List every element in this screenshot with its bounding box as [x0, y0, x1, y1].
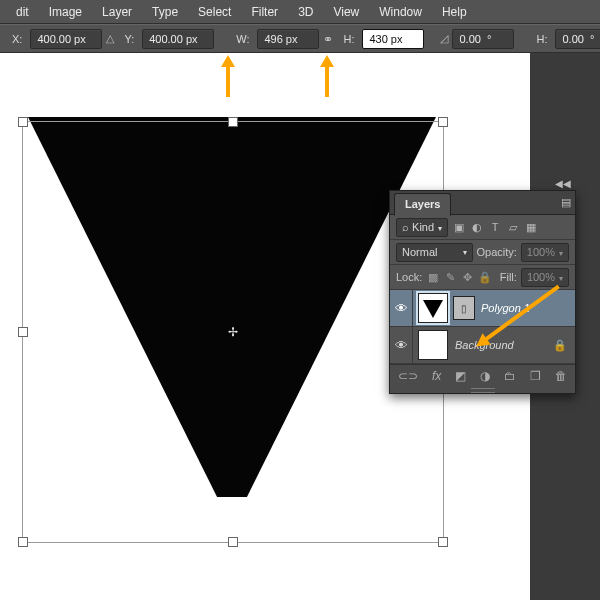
svg-marker-1: [423, 300, 443, 318]
constrain-proportions-icon[interactable]: ⚭: [323, 32, 333, 46]
lock-label: Lock:: [396, 271, 422, 283]
lock-position-icon[interactable]: ✥: [461, 271, 474, 284]
x-label: X:: [12, 33, 22, 45]
height-field[interactable]: 430 px: [362, 29, 424, 49]
angle-icon: ◿: [440, 32, 448, 45]
transform-center-icon[interactable]: ✢: [227, 326, 239, 338]
lock-icon: 🔒: [553, 339, 567, 352]
y-label: Y:: [124, 33, 134, 45]
fill-field[interactable]: 100%▾: [521, 268, 569, 287]
filter-pixel-icon[interactable]: ▣: [452, 221, 466, 234]
skew-h-field[interactable]: 0.00 °: [555, 29, 600, 49]
filter-shape-icon[interactable]: ▱: [506, 221, 520, 234]
menu-select[interactable]: Select: [188, 0, 241, 24]
filter-kind-dropdown[interactable]: ⌕ Kind▾: [396, 218, 448, 237]
menu-bar[interactable]: dit Image Layer Type Select Filter 3D Vi…: [0, 0, 600, 24]
rotate-angle-field[interactable]: 0.00 °: [452, 29, 514, 49]
layer-fx-icon[interactable]: fx: [432, 369, 441, 383]
menu-filter[interactable]: Filter: [241, 0, 288, 24]
layers-tab[interactable]: Layers: [394, 193, 451, 216]
transform-handle-top-right[interactable]: [438, 117, 448, 127]
filter-adjust-icon[interactable]: ◐: [470, 221, 484, 234]
adjustment-layer-icon[interactable]: ◑: [480, 369, 490, 383]
annotation-arrow-height: [320, 55, 334, 97]
transform-bounding-box[interactable]: ✢: [22, 121, 444, 543]
layer-mask-icon[interactable]: ◩: [455, 369, 466, 383]
link-layers-icon[interactable]: ⊂⊃: [398, 369, 418, 383]
transform-handle-bottom-left[interactable]: [18, 537, 28, 547]
panel-menu-icon[interactable]: ▤: [561, 196, 571, 209]
visibility-toggle-icon[interactable]: 👁: [390, 290, 413, 326]
skew-h-label: H:: [536, 33, 547, 45]
opacity-label: Opacity:: [477, 246, 517, 258]
menu-3d[interactable]: 3D: [288, 0, 323, 24]
delta-icon[interactable]: △: [106, 32, 114, 45]
w-label: W:: [236, 33, 249, 45]
y-value-field[interactable]: 400.00 px: [142, 29, 214, 49]
lock-all-icon[interactable]: 🔒: [478, 271, 492, 284]
delete-layer-icon[interactable]: 🗑: [555, 369, 567, 383]
visibility-toggle-icon[interactable]: 👁: [390, 327, 413, 363]
menu-layer[interactable]: Layer: [92, 0, 142, 24]
menu-type[interactable]: Type: [142, 0, 188, 24]
menu-edit[interactable]: dit: [6, 0, 39, 24]
vector-mask-thumbnail[interactable]: ▯: [453, 296, 475, 320]
menu-view[interactable]: View: [323, 0, 369, 24]
opacity-field[interactable]: 100%▾: [521, 243, 569, 262]
transform-handle-bottom-right[interactable]: [438, 537, 448, 547]
menu-help[interactable]: Help: [432, 0, 477, 24]
menu-image[interactable]: Image: [39, 0, 92, 24]
transform-handle-top-left[interactable]: [18, 117, 28, 127]
layer-thumbnail[interactable]: [418, 330, 448, 360]
width-field[interactable]: 496 px: [257, 29, 319, 49]
h-label: H:: [343, 33, 354, 45]
transform-handle-middle-left[interactable]: [18, 327, 28, 337]
new-layer-icon[interactable]: ❐: [530, 369, 541, 383]
filter-type-icon[interactable]: T: [488, 221, 502, 233]
blend-mode-dropdown[interactable]: Normal▾: [396, 243, 473, 262]
annotation-arrow-width: [221, 55, 235, 97]
menu-window[interactable]: Window: [369, 0, 432, 24]
layer-thumbnail[interactable]: [418, 293, 448, 323]
transform-handle-bottom-middle[interactable]: [228, 537, 238, 547]
panel-collapse-icon[interactable]: ◀◀: [555, 178, 571, 189]
transform-options-bar: X: 400.00 px △ Y: 400.00 px W: 496 px ⚭ …: [0, 24, 600, 53]
transform-handle-top-middle[interactable]: [228, 117, 238, 127]
layers-panel-footer: ⊂⊃ fx ◩ ◑ 🗀 ❐ 🗑: [390, 364, 575, 387]
fill-label: Fill:: [500, 271, 517, 283]
panel-resize-grip[interactable]: [390, 387, 575, 393]
filter-smart-icon[interactable]: ▦: [524, 221, 538, 234]
x-value-field[interactable]: 400.00 px: [30, 29, 102, 49]
lock-paint-icon[interactable]: ✎: [443, 271, 456, 284]
lock-transparent-icon[interactable]: ▩: [426, 271, 439, 284]
new-group-icon[interactable]: 🗀: [504, 369, 516, 383]
